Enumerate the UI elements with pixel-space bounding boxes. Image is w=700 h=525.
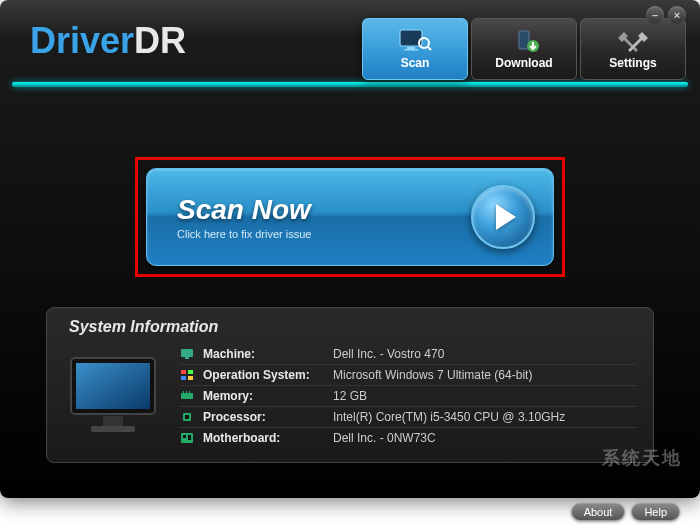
machine-icon xyxy=(179,347,195,361)
help-button[interactable]: Help xyxy=(631,503,680,521)
tab-scan-label: Scan xyxy=(401,56,430,70)
spec-label: Operation System: xyxy=(203,368,333,382)
svg-rect-10 xyxy=(91,426,135,432)
scan-highlight-box: Scan Now Click here to fix driver issue xyxy=(135,157,565,277)
app-logo: DriverDR xyxy=(30,20,186,62)
scan-subtitle: Click here to fix driver issue xyxy=(177,228,471,240)
arrow-right-icon xyxy=(496,204,516,230)
tab-settings[interactable]: Settings xyxy=(580,18,686,80)
spec-row-motherboard: Motherboard: Dell Inc. - 0NW73C xyxy=(179,427,637,448)
footer-buttons: About Help xyxy=(571,503,680,521)
tools-icon xyxy=(616,28,650,54)
main-panel: DriverDR Scan Download xyxy=(0,0,700,498)
svg-rect-17 xyxy=(181,393,193,399)
spec-row-memory: Memory: 12 GB xyxy=(179,385,637,406)
play-icon xyxy=(471,185,535,249)
spec-label: Memory: xyxy=(203,389,333,403)
spec-value: 12 GB xyxy=(333,389,367,403)
app-window: – × DriverDR Scan Download xyxy=(0,0,700,525)
svg-rect-22 xyxy=(185,415,189,419)
svg-rect-2 xyxy=(404,49,418,51)
monitor-icon xyxy=(63,350,163,440)
motherboard-icon xyxy=(179,431,195,445)
content-area: Scan Now Click here to fix driver issue … xyxy=(0,87,700,483)
svg-rect-25 xyxy=(188,435,191,440)
logo-part2: DR xyxy=(134,20,186,61)
spec-list: Machine: Dell Inc. - Vostro 470 Operatio… xyxy=(179,344,637,448)
svg-rect-14 xyxy=(188,370,193,374)
window-controls: – × xyxy=(646,6,686,24)
svg-rect-12 xyxy=(185,357,189,359)
svg-rect-23 xyxy=(181,433,193,443)
nav-tabs: Scan Download Settings xyxy=(362,18,686,80)
os-icon xyxy=(179,368,195,382)
download-icon xyxy=(507,28,541,54)
svg-rect-16 xyxy=(188,376,193,380)
system-info-panel: System Information Machine: Dell Inc. - … xyxy=(46,307,654,463)
tab-settings-label: Settings xyxy=(609,56,656,70)
cpu-icon xyxy=(179,410,195,424)
memory-icon xyxy=(179,389,195,403)
svg-rect-13 xyxy=(181,370,186,374)
spec-value: Dell Inc. - Vostro 470 xyxy=(333,347,444,361)
svg-rect-18 xyxy=(183,391,184,393)
svg-rect-1 xyxy=(407,47,415,49)
tab-download-label: Download xyxy=(495,56,552,70)
monitor-search-icon xyxy=(398,28,432,54)
spec-label: Processor: xyxy=(203,410,333,424)
system-info-body: Machine: Dell Inc. - Vostro 470 Operatio… xyxy=(63,344,637,448)
spec-row-machine: Machine: Dell Inc. - Vostro 470 xyxy=(179,344,637,364)
svg-rect-19 xyxy=(186,391,187,393)
svg-rect-11 xyxy=(181,349,193,357)
scan-text: Scan Now Click here to fix driver issue xyxy=(177,194,471,240)
spec-row-os: Operation System: Microsoft Windows 7 Ul… xyxy=(179,364,637,385)
spec-value: Microsoft Windows 7 Ultimate (64-bit) xyxy=(333,368,532,382)
spec-label: Machine: xyxy=(203,347,333,361)
svg-line-4 xyxy=(428,47,431,50)
spec-value: Intel(R) Core(TM) i5-3450 CPU @ 3.10GHz xyxy=(333,410,565,424)
svg-rect-20 xyxy=(189,391,190,393)
spec-row-processor: Processor: Intel(R) Core(TM) i5-3450 CPU… xyxy=(179,406,637,427)
scan-now-button[interactable]: Scan Now Click here to fix driver issue xyxy=(146,168,554,266)
header: DriverDR Scan Download xyxy=(0,0,700,82)
logo-part1: Driver xyxy=(30,20,134,61)
system-info-title: System Information xyxy=(63,318,637,336)
minimize-button[interactable]: – xyxy=(646,6,664,24)
svg-rect-9 xyxy=(103,416,123,426)
spec-value: Dell Inc. - 0NW73C xyxy=(333,431,436,445)
tab-download[interactable]: Download xyxy=(471,18,577,80)
svg-rect-24 xyxy=(183,435,186,438)
svg-rect-15 xyxy=(181,376,186,380)
tab-scan[interactable]: Scan xyxy=(362,18,468,80)
about-button[interactable]: About xyxy=(571,503,626,521)
spec-label: Motherboard: xyxy=(203,431,333,445)
svg-rect-8 xyxy=(76,363,150,409)
scan-title: Scan Now xyxy=(177,194,471,226)
close-button[interactable]: × xyxy=(668,6,686,24)
